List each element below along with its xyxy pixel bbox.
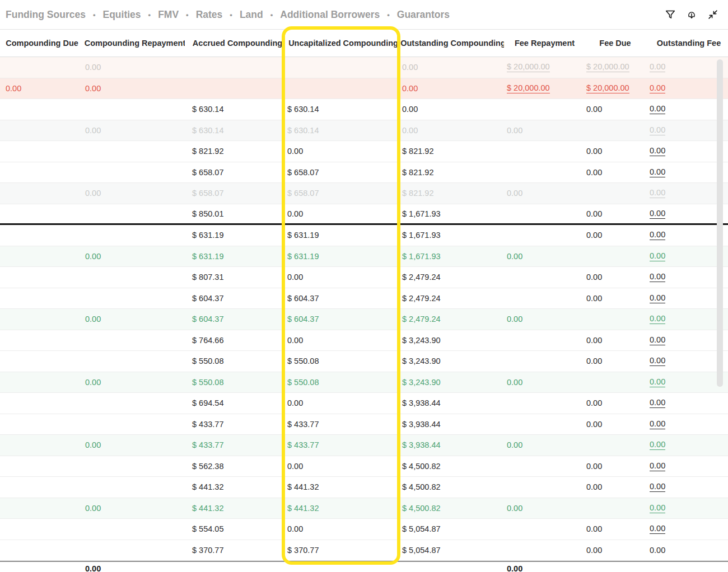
breadcrumb-item[interactable]: Rates	[196, 9, 223, 21]
table-cell	[0, 225, 78, 246]
cell-value-link[interactable]: 0.00	[650, 272, 665, 282]
collapse-icon[interactable]	[707, 8, 719, 21]
table-cell: $ 2,479.24	[399, 267, 504, 288]
breadcrumb-item[interactable]: Funding Sources	[6, 9, 86, 21]
cell-value: 0.00	[287, 209, 303, 218]
breadcrumb-item[interactable]: Additional Borrowers	[280, 9, 380, 21]
cell-value-link[interactable]: 0.00	[650, 104, 665, 114]
breadcrumb-item[interactable]: Land	[240, 9, 263, 21]
table-cell: $ 3,243.90	[399, 372, 504, 393]
table-cell: $ 630.14	[185, 120, 283, 141]
breadcrumb-item[interactable]: FMV	[158, 9, 179, 21]
download-icon[interactable]	[685, 8, 698, 21]
breadcrumb-item[interactable]: Guarantors	[397, 9, 450, 21]
cell-value-link[interactable]: $ 20,000.00	[507, 83, 550, 93]
cell-value: $ 433.77	[192, 440, 223, 449]
cell-value-link[interactable]: 0.00	[650, 461, 665, 471]
table-cell	[582, 183, 644, 204]
table-row: $ 807.310.00$ 2,479.240.000.00	[0, 267, 728, 288]
table-cell: 0.00	[504, 120, 582, 141]
cell-value-link[interactable]: 0.00	[650, 482, 665, 492]
topbar: Funding Sources•Equities•FMV•Rates•Land•…	[0, 0, 728, 30]
table-row: 0.000.000.00$ 20,000.00$ 20,000.000.00	[0, 78, 728, 100]
table-row: $ 764.660.00$ 3,243.900.000.00	[0, 330, 728, 351]
cell-value-link[interactable]: 0.00	[650, 419, 665, 429]
table-cell: 0.00	[582, 99, 644, 120]
table-cell: $ 550.08	[283, 372, 399, 393]
cell-value-link[interactable]: 0.00	[650, 503, 665, 513]
column-header[interactable]: Compounding Due	[0, 30, 78, 57]
cell-value-link[interactable]: 0.00	[650, 188, 665, 198]
cell-value: $ 658.07	[287, 168, 319, 177]
table-cell: 0.00	[399, 57, 504, 78]
cell-value-link[interactable]: 0.00	[650, 125, 665, 135]
table-cell	[78, 204, 185, 224]
cell-value: $ 441.32	[287, 482, 319, 491]
table-row: $ 694.540.00$ 3,938.440.000.00	[0, 393, 728, 414]
cell-value: $ 4,500.82	[402, 462, 441, 471]
breadcrumb-separator: •	[270, 11, 273, 19]
total-cell: 0.00	[78, 562, 185, 572]
column-header[interactable]: Uncapitalized Compounding	[283, 30, 399, 57]
table-cell: $ 821.92	[399, 183, 504, 204]
table-cell: $ 631.19	[283, 246, 399, 267]
cell-value-link[interactable]: 0.00	[650, 146, 665, 156]
cell-value: 0.00	[402, 105, 418, 114]
cell-value-link[interactable]: 0.00	[650, 440, 665, 450]
table-cell: 0.00	[644, 309, 728, 330]
table-cell: $ 850.01	[185, 204, 283, 224]
cell-value: $ 550.08	[192, 378, 223, 387]
cell-value: $ 807.31	[192, 273, 223, 282]
column-header[interactable]: Outstanding Compounding	[399, 30, 504, 57]
cell-value-link[interactable]: 0.00	[650, 83, 665, 93]
table-cell: $ 562.38	[185, 456, 283, 477]
table-cell: $ 658.07	[283, 162, 399, 183]
column-header[interactable]: Outstanding Fee	[644, 30, 728, 57]
cell-value-link[interactable]: 0.00	[650, 335, 665, 345]
table-cell: $ 694.54	[185, 393, 283, 414]
cell-value-link[interactable]: $ 20,000.00	[586, 83, 629, 93]
cell-value-link[interactable]: 0.00	[650, 209, 665, 219]
table-cell	[0, 183, 78, 204]
table-cell: $ 433.77	[283, 435, 399, 456]
cell-value: $ 821.92	[402, 168, 433, 177]
cell-value-link[interactable]: 0.00	[650, 356, 665, 366]
cell-value: $ 3,938.44	[402, 398, 441, 407]
table-cell	[504, 162, 582, 183]
breadcrumb-separator: •	[93, 11, 96, 19]
cell-value: $ 1,671.93	[402, 231, 441, 240]
table-cell: 0.00	[644, 351, 728, 372]
cell-value-link[interactable]: 0.00	[650, 314, 665, 324]
cell-value-link[interactable]: 0.00	[650, 167, 665, 177]
cell-value: 0.00	[85, 84, 101, 93]
vertical-scrollbar[interactable]	[717, 59, 723, 387]
table-cell	[0, 57, 78, 78]
table-cell: $ 631.19	[283, 225, 399, 246]
column-header[interactable]: Fee Repayment	[504, 30, 582, 57]
cell-value-link[interactable]: 0.00	[650, 524, 665, 534]
cell-value: 0.00	[650, 546, 665, 555]
table-cell: 0.00	[78, 435, 185, 456]
cell-value-link[interactable]: $ 20,000.00	[507, 62, 550, 72]
table-cell	[78, 351, 185, 372]
table-row: 0.00$ 550.08$ 550.08$ 3,243.900.000.00	[0, 372, 728, 393]
table-cell	[0, 267, 78, 288]
table-cell: 0.00	[399, 120, 504, 141]
breadcrumb-item[interactable]: Equities	[103, 9, 141, 21]
column-header[interactable]: Fee Due	[582, 30, 644, 57]
cell-value-link[interactable]: 0.00	[650, 230, 665, 240]
cell-value-link[interactable]: 0.00	[650, 377, 665, 387]
cell-value: 0.00	[507, 504, 522, 513]
cell-value: 0.00	[507, 440, 522, 449]
cell-value: 0.00	[287, 524, 303, 533]
cell-value-link[interactable]: $ 20,000.00	[586, 62, 629, 72]
table-cell	[283, 78, 399, 99]
table-cell: $ 20,000.00	[504, 57, 582, 78]
cell-value-link[interactable]: 0.00	[650, 398, 665, 408]
cell-value-link[interactable]: 0.00	[650, 251, 665, 261]
cell-value-link[interactable]: 0.00	[650, 62, 665, 72]
column-header[interactable]: Compounding Repayment	[78, 30, 185, 57]
column-header[interactable]: Accrued Compounding	[185, 30, 283, 57]
filter-icon[interactable]	[664, 8, 676, 21]
cell-value-link[interactable]: 0.00	[650, 293, 665, 303]
